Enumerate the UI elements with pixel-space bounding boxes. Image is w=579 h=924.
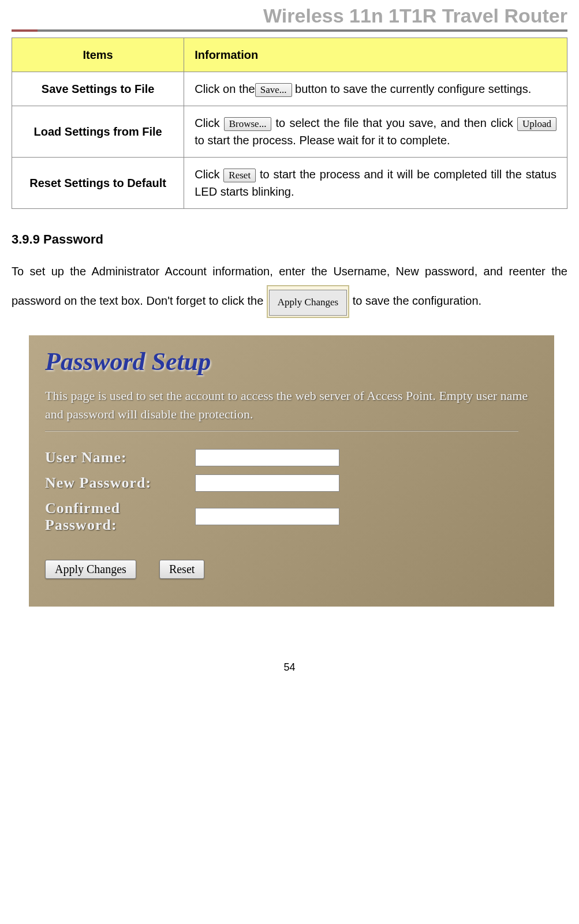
username-label: User Name:: [45, 449, 195, 466]
confirmpassword-label: Confirmed Password:: [45, 500, 195, 534]
table-header-row: Items Information: [12, 38, 567, 72]
apply-changes-button-inline[interactable]: Apply Changes: [267, 285, 349, 318]
ss-divider: [45, 431, 518, 432]
section-text: To set up the Administrator Account info…: [12, 257, 567, 318]
ss-description: This page is used to set the account to …: [45, 387, 538, 424]
upload-button[interactable]: Upload: [517, 117, 556, 131]
table-row: Reset Settings to Default Click Reset to…: [12, 158, 567, 209]
item-info: Click Browse... to select the file that …: [184, 106, 567, 158]
item-name: Load Settings from File: [12, 106, 184, 158]
confirmpassword-input[interactable]: [195, 508, 339, 525]
password-setup-screenshot: Password Setup This page is used to set …: [29, 335, 554, 607]
apply-changes-button[interactable]: Apply Changes: [45, 560, 136, 579]
ss-button-row: Apply Changes Reset: [45, 560, 538, 579]
table-row: Load Settings from File Click Browse... …: [12, 106, 567, 158]
confirmpassword-row: Confirmed Password:: [45, 500, 538, 534]
username-row: User Name:: [45, 449, 538, 466]
settings-table: Items Information Save Settings to File …: [12, 38, 567, 209]
header-divider: [12, 29, 567, 32]
ss-title: Password Setup: [45, 347, 538, 376]
item-info: Click Reset to start the process and it …: [184, 158, 567, 209]
reset-button[interactable]: Reset: [223, 169, 256, 182]
th-info: Information: [184, 38, 567, 72]
section-heading: 3.9.9 Password: [12, 232, 567, 247]
reset-button[interactable]: Reset: [159, 560, 204, 579]
item-info: Click on theSave... button to save the c…: [184, 72, 567, 106]
save-button[interactable]: Save...: [255, 83, 292, 97]
newpassword-label: New Password:: [45, 474, 195, 492]
page-number: 54: [0, 630, 579, 685]
th-items: Items: [12, 38, 184, 72]
page-header-title: Wireless 11n 1T1R Travel Router: [0, 0, 579, 29]
item-name: Save Settings to File: [12, 72, 184, 106]
table-row: Save Settings to File Click on theSave..…: [12, 72, 567, 106]
newpassword-input[interactable]: [195, 474, 339, 492]
browse-button[interactable]: Browse...: [224, 117, 272, 131]
username-input[interactable]: [195, 449, 339, 466]
newpassword-row: New Password:: [45, 474, 538, 492]
item-name: Reset Settings to Default: [12, 158, 184, 209]
